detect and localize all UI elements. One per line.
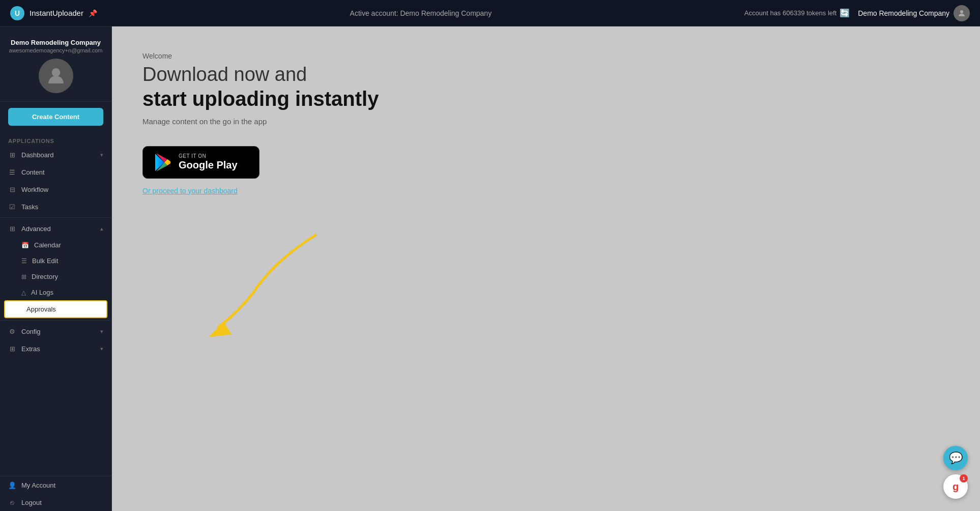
config-label: Config bbox=[21, 328, 41, 335]
google-play-name-text: Google Play bbox=[179, 159, 238, 171]
sidebar-item-dashboard[interactable]: ⊞ Dashboard ▾ bbox=[0, 146, 111, 163]
app-name: InstantUploader bbox=[30, 9, 83, 17]
google-play-icon bbox=[153, 153, 172, 172]
svg-point-1 bbox=[51, 68, 60, 77]
directory-label: Directory bbox=[32, 273, 58, 280]
applications-section-label: APPLICATIONS bbox=[0, 132, 111, 146]
sidebar-divider-1 bbox=[0, 217, 111, 218]
workflow-label: Workflow bbox=[21, 186, 48, 193]
sidebar-item-content[interactable]: ☰ Content bbox=[0, 163, 111, 181]
advanced-label: Advanced bbox=[21, 225, 51, 233]
svg-marker-6 bbox=[209, 322, 232, 337]
advanced-icon: ⊞ bbox=[8, 224, 16, 233]
user-name-label: Demo Remodeling Company bbox=[858, 9, 949, 17]
sidebar-item-workflow[interactable]: ⊟ Workflow bbox=[0, 181, 111, 198]
extras-label: Extras bbox=[21, 345, 40, 353]
logout-label: Logout bbox=[21, 499, 42, 506]
welcome-card: Welcome Download now and start uploading… bbox=[142, 52, 379, 195]
config-arrow-icon: ▾ bbox=[100, 328, 103, 335]
refresh-icon[interactable]: 🔄 bbox=[840, 8, 850, 18]
welcome-label: Welcome bbox=[142, 52, 379, 60]
main-content: Welcome Download now and start uploading… bbox=[112, 26, 980, 511]
upload-text: start uploading instantly bbox=[142, 87, 379, 111]
chat-widget: 💬 g 1 bbox=[943, 446, 968, 499]
sidebar-profile: Demo Remodeling Company awesomedemoagenc… bbox=[0, 26, 111, 102]
create-content-button[interactable]: Create Content bbox=[8, 108, 103, 126]
dashboard-icon: ⊞ bbox=[8, 151, 16, 159]
sidebar: Demo Remodeling Company awesomedemoagenc… bbox=[0, 26, 112, 511]
dashboard-label: Dashboard bbox=[21, 151, 54, 159]
dashboard-arrow-icon: ▾ bbox=[100, 152, 103, 158]
sidebar-item-tasks[interactable]: ☑ Tasks bbox=[0, 198, 111, 215]
sidebar-item-approvals[interactable]: Approvals bbox=[4, 300, 107, 318]
user-avatar bbox=[954, 5, 970, 21]
top-bar: U InstantUploader 📌 Active account: Demo… bbox=[0, 0, 980, 26]
download-text: Download now and bbox=[142, 63, 379, 87]
workflow-icon: ⊟ bbox=[8, 185, 16, 193]
ai-logs-label: AI Logs bbox=[31, 289, 53, 296]
sidebar-item-advanced[interactable]: ⊞ Advanced ▴ bbox=[0, 220, 111, 237]
sidebar-bottom: 👤 My Account ⎋ Logout bbox=[0, 476, 111, 511]
directory-icon: ⊞ bbox=[21, 273, 26, 280]
tokens-info: Account has 606339 tokens left 🔄 bbox=[744, 8, 850, 18]
approvals-label: Approvals bbox=[26, 305, 56, 313]
advanced-arrow-icon: ▴ bbox=[100, 225, 103, 232]
tasks-icon: ☑ bbox=[8, 203, 16, 211]
sidebar-item-config[interactable]: ⚙ Config ▾ bbox=[0, 323, 111, 340]
ai-logs-icon: △ bbox=[21, 289, 26, 296]
bulk-edit-label: Bulk Edit bbox=[32, 257, 58, 265]
sidebar-item-extras[interactable]: ⊞ Extras ▾ bbox=[0, 340, 111, 357]
pin-icon: 📌 bbox=[89, 9, 97, 17]
arrow-annotation bbox=[173, 220, 326, 347]
config-icon: ⚙ bbox=[8, 327, 16, 335]
sidebar-item-directory[interactable]: ⊞ Directory bbox=[0, 269, 111, 285]
google-play-get-it-text: GET IT ON bbox=[179, 153, 238, 159]
manage-text: Manage content on the go in the app bbox=[142, 117, 379, 126]
extras-arrow-icon: ▾ bbox=[100, 346, 103, 352]
logout-icon: ⎋ bbox=[8, 498, 16, 506]
profile-email: awesomedemoagency+n@gmail.com bbox=[9, 47, 103, 53]
chat-button[interactable]: 💬 bbox=[943, 446, 968, 470]
extras-icon: ⊞ bbox=[8, 345, 16, 353]
svg-point-0 bbox=[960, 10, 963, 13]
g-button[interactable]: g 1 bbox=[943, 474, 968, 499]
calendar-label: Calendar bbox=[34, 241, 61, 249]
app-logo-icon: U bbox=[10, 6, 24, 20]
sidebar-item-logout[interactable]: ⎋ Logout bbox=[0, 494, 111, 511]
tasks-label: Tasks bbox=[21, 203, 38, 211]
g-badge: 1 bbox=[960, 474, 968, 482]
sidebar-item-bulk-edit[interactable]: ☰ Bulk Edit bbox=[0, 253, 111, 269]
sidebar-item-calendar[interactable]: 📅 Calendar bbox=[0, 237, 111, 253]
top-bar-left: U InstantUploader 📌 bbox=[10, 6, 97, 20]
bulk-edit-icon: ☰ bbox=[21, 258, 27, 265]
sidebar-item-ai-logs[interactable]: △ AI Logs bbox=[0, 285, 111, 300]
content-label: Content bbox=[21, 168, 45, 176]
active-account-label: Active account: Demo Remodeling Company bbox=[350, 9, 492, 17]
tokens-text: Account has 606339 tokens left bbox=[744, 9, 837, 17]
my-account-label: My Account bbox=[21, 481, 55, 489]
sidebar-divider-2 bbox=[0, 320, 111, 321]
my-account-icon: 👤 bbox=[8, 481, 16, 489]
google-play-button[interactable]: GET IT ON Google Play bbox=[142, 146, 260, 179]
main-layout: Demo Remodeling Company awesomedemoagenc… bbox=[0, 26, 980, 511]
top-bar-right: Account has 606339 tokens left 🔄 Demo Re… bbox=[744, 5, 970, 21]
proceed-to-dashboard-link[interactable]: Or proceed to your dashboard bbox=[142, 187, 379, 195]
profile-name: Demo Remodeling Company bbox=[11, 39, 101, 46]
avatar bbox=[39, 59, 73, 93]
content-icon: ☰ bbox=[8, 168, 16, 176]
calendar-icon: 📅 bbox=[21, 242, 29, 249]
user-info: Demo Remodeling Company bbox=[858, 5, 970, 21]
sidebar-item-my-account[interactable]: 👤 My Account bbox=[0, 476, 111, 494]
